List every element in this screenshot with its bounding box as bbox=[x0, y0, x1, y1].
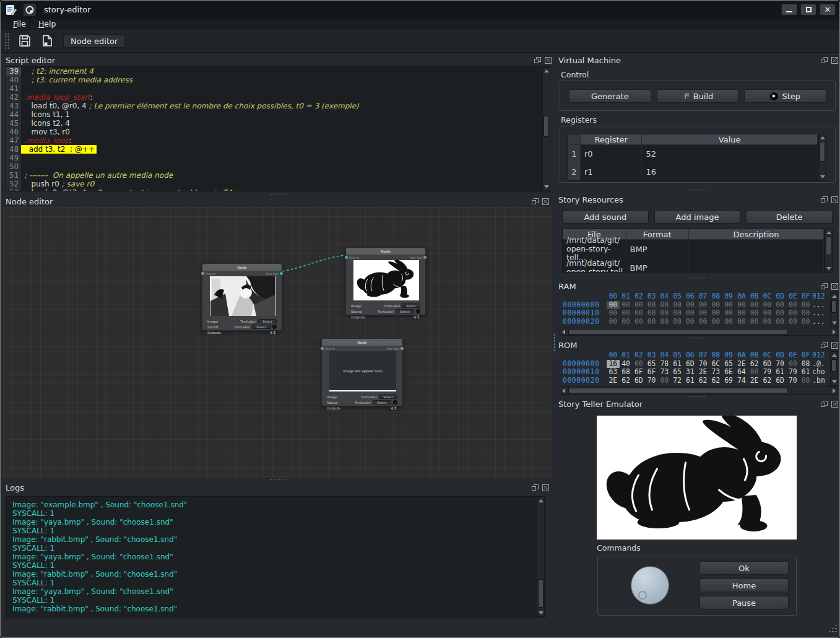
hex-cell[interactable]: 73 bbox=[658, 368, 671, 377]
select-image-button[interactable]: Select bbox=[379, 395, 397, 399]
hex-cell[interactable]: 00 bbox=[684, 318, 697, 326]
outputs-spinbox[interactable]: 4▲▼ bbox=[269, 330, 277, 335]
float-panel-icon[interactable] bbox=[821, 342, 828, 349]
port-in-dot[interactable] bbox=[201, 272, 204, 275]
hex-cell[interactable]: 00 bbox=[684, 301, 697, 310]
hex-cell[interactable]: 6D bbox=[633, 377, 646, 385]
hex-cell[interactable]: 00 bbox=[761, 309, 774, 318]
media-node-empty[interactable]: Node Port In Port Out Image will appear … bbox=[321, 338, 403, 406]
hex-cell[interactable]: 00 bbox=[709, 309, 722, 318]
hex-cell[interactable]: 00 bbox=[799, 377, 812, 385]
logs-scrollbar[interactable] bbox=[537, 497, 545, 617]
node-title[interactable]: Node bbox=[322, 339, 402, 346]
hex-cell[interactable]: 74 bbox=[735, 377, 748, 385]
float-panel-icon[interactable] bbox=[532, 198, 539, 205]
hex-cell[interactable]: 79 bbox=[787, 368, 800, 377]
scroll-left-arrow[interactable] bbox=[560, 387, 567, 394]
hex-cell[interactable]: 00 bbox=[735, 318, 748, 326]
hex-cell[interactable]: 00 bbox=[799, 301, 812, 310]
hex-cell[interactable]: 00 bbox=[607, 309, 620, 318]
select-sound-button[interactable]: Select bbox=[373, 400, 391, 404]
port-out-dot[interactable] bbox=[280, 272, 283, 275]
hex-cell[interactable]: 6F bbox=[633, 368, 646, 377]
resource-row[interactable]: /mnt/data/git/open-story-tellBMP bbox=[563, 258, 824, 273]
hex-cell[interactable]: 00 bbox=[799, 318, 812, 326]
close-panel-icon[interactable] bbox=[831, 401, 838, 408]
hex-cell[interactable]: 00 bbox=[671, 301, 684, 310]
hex-cell[interactable]: 00 bbox=[709, 318, 722, 326]
play-sound-button[interactable] bbox=[393, 400, 397, 404]
hex-cell[interactable]: 65 bbox=[671, 368, 684, 377]
scroll-thumb[interactable] bbox=[568, 388, 788, 393]
splitter-vm-resources[interactable]: ······ bbox=[678, 187, 717, 192]
scroll-thumb[interactable] bbox=[831, 359, 837, 372]
play-sound-button[interactable] bbox=[416, 309, 420, 313]
hex-cell[interactable]: 00 bbox=[761, 318, 774, 326]
description-column-header[interactable]: Description bbox=[689, 229, 824, 240]
hex-cell[interactable]: 65 bbox=[645, 360, 658, 369]
rom-vscrollbar[interactable] bbox=[830, 351, 838, 386]
scroll-right-arrow[interactable] bbox=[831, 328, 838, 335]
hex-cell[interactable]: 00 bbox=[607, 318, 620, 326]
hex-cell[interactable]: 00 bbox=[658, 318, 671, 326]
hex-cell[interactable]: 00 bbox=[722, 309, 735, 318]
hex-cell[interactable]: 00 bbox=[696, 301, 709, 310]
hex-cell[interactable]: 62 bbox=[620, 377, 633, 385]
scroll-down-arrow[interactable] bbox=[819, 173, 826, 180]
hex-cell[interactable]: 61 bbox=[684, 377, 697, 385]
hex-cell[interactable]: 2E bbox=[696, 368, 709, 377]
hex-cell[interactable]: 00 bbox=[761, 301, 774, 310]
hex-cell[interactable]: 00 bbox=[620, 301, 633, 310]
scroll-up-arrow[interactable] bbox=[537, 497, 544, 504]
hex-cell[interactable]: 40 bbox=[620, 360, 633, 369]
scroll-up-arrow[interactable] bbox=[825, 229, 832, 236]
scroll-thumb[interactable] bbox=[831, 300, 837, 313]
register-row[interactable]: 1r052 bbox=[568, 145, 818, 163]
pause-button[interactable]: Pause bbox=[699, 596, 789, 610]
hex-cell[interactable]: 72 bbox=[671, 377, 684, 385]
hex-cell[interactable]: 2E bbox=[748, 377, 761, 385]
scroll-down-arrow[interactable] bbox=[537, 610, 544, 616]
hex-cell[interactable]: 00 bbox=[735, 309, 748, 318]
hex-cell[interactable]: 00 bbox=[787, 309, 800, 318]
hex-cell[interactable]: 00 bbox=[658, 309, 671, 318]
step-button[interactable]: Step bbox=[744, 89, 826, 103]
scroll-down-arrow[interactable] bbox=[831, 378, 838, 385]
hex-cell[interactable]: 62 bbox=[709, 377, 722, 385]
save-button[interactable] bbox=[15, 32, 35, 50]
scroll-up-arrow[interactable] bbox=[831, 352, 838, 359]
scroll-up-arrow[interactable] bbox=[819, 134, 826, 141]
hex-cell[interactable]: 62 bbox=[748, 360, 761, 369]
hex-cell[interactable]: 00 bbox=[774, 318, 787, 326]
window-resize-grip[interactable] bbox=[828, 624, 837, 632]
hex-cell[interactable]: 00 bbox=[787, 318, 800, 326]
scroll-right-arrow[interactable] bbox=[831, 387, 838, 394]
close-panel-icon[interactable] bbox=[545, 57, 552, 64]
port-in-dot[interactable] bbox=[345, 256, 348, 259]
hex-cell[interactable]: 68 bbox=[620, 368, 633, 377]
scroll-thumb[interactable] bbox=[820, 142, 825, 162]
hex-cell[interactable]: 6F bbox=[645, 368, 658, 377]
hex-cell[interactable]: 00 bbox=[696, 318, 709, 326]
scroll-left-arrow[interactable] bbox=[560, 328, 567, 335]
play-sound-button[interactable] bbox=[272, 325, 277, 329]
hex-cell[interactable]: 00 bbox=[658, 301, 671, 310]
menu-file[interactable]: File bbox=[7, 19, 32, 30]
hex-cell[interactable]: 00 bbox=[696, 309, 709, 318]
hex-cell[interactable]: 6E bbox=[722, 368, 735, 377]
format-column-header[interactable]: Format bbox=[626, 229, 690, 240]
hex-cell[interactable]: 61 bbox=[799, 368, 812, 377]
hex-cell[interactable]: 61 bbox=[774, 368, 787, 377]
hex-cell[interactable]: 00 bbox=[633, 360, 646, 369]
float-panel-icon[interactable] bbox=[821, 401, 828, 408]
hex-cell[interactable]: 00 bbox=[735, 301, 748, 310]
port-out-dot[interactable] bbox=[401, 347, 404, 350]
resource-row[interactable]: /mnt/data/git/open-story-tell…BMP bbox=[563, 240, 824, 258]
build-button[interactable]: Build bbox=[657, 89, 739, 103]
rom-grid[interactable]: 000102030405060708090A0B0C0D0E0F01200000… bbox=[560, 351, 830, 386]
script-editor-scrollbar[interactable] bbox=[542, 67, 550, 191]
scroll-thumb[interactable] bbox=[826, 237, 831, 255]
scroll-thumb[interactable] bbox=[538, 579, 543, 608]
scroll-down-arrow[interactable] bbox=[543, 183, 550, 190]
hex-cell[interactable]: 70 bbox=[696, 360, 709, 369]
